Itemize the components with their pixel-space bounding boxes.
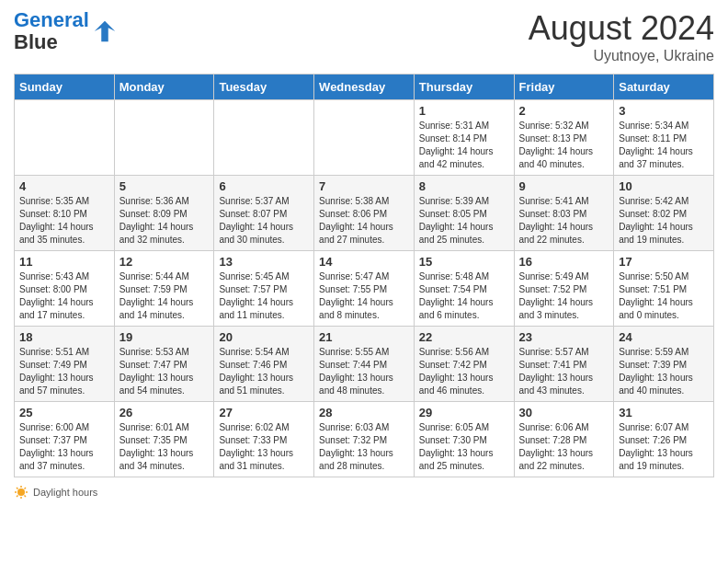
day-info: Sunrise: 6:01 AMSunset: 7:35 PMDaylight:… xyxy=(119,421,210,473)
day-info: Sunrise: 6:06 AMSunset: 7:28 PMDaylight:… xyxy=(519,421,609,473)
daylight-label: Daylight hours xyxy=(33,487,97,498)
logo-icon xyxy=(91,17,119,45)
weekday-sunday: Sunday xyxy=(15,75,115,100)
day-info: Sunrise: 6:05 AMSunset: 7:30 PMDaylight:… xyxy=(419,421,509,473)
day-number: 3 xyxy=(619,104,709,118)
calendar-cell: 22Sunrise: 5:56 AMSunset: 7:42 PMDayligh… xyxy=(414,327,514,402)
day-info: Sunrise: 5:43 AMSunset: 8:00 PMDaylight:… xyxy=(19,270,109,322)
day-number: 13 xyxy=(219,255,309,269)
calendar-cell: 15Sunrise: 5:48 AMSunset: 7:54 PMDayligh… xyxy=(414,251,514,327)
day-number: 5 xyxy=(119,179,210,193)
calendar-cell: 27Sunrise: 6:02 AMSunset: 7:33 PMDayligh… xyxy=(214,402,314,477)
day-info: Sunrise: 6:02 AMSunset: 7:33 PMDaylight:… xyxy=(219,421,309,473)
svg-line-8 xyxy=(25,488,27,489)
calendar-cell: 25Sunrise: 6:00 AMSunset: 7:37 PMDayligh… xyxy=(15,402,115,477)
calendar-cell: 18Sunrise: 5:51 AMSunset: 7:49 PMDayligh… xyxy=(15,327,115,402)
day-number: 20 xyxy=(219,330,309,344)
day-number: 11 xyxy=(19,255,109,269)
weekday-saturday: Saturday xyxy=(614,75,714,100)
day-info: Sunrise: 5:48 AMSunset: 7:54 PMDaylight:… xyxy=(419,270,509,322)
day-info: Sunrise: 5:47 AMSunset: 7:55 PMDaylight:… xyxy=(319,270,409,322)
calendar-cell: 1Sunrise: 5:31 AMSunset: 8:14 PMDaylight… xyxy=(414,100,514,176)
day-number: 14 xyxy=(319,255,409,269)
calendar-cell: 16Sunrise: 5:49 AMSunset: 7:52 PMDayligh… xyxy=(514,251,614,327)
calendar-cell: 9Sunrise: 5:41 AMSunset: 8:03 PMDaylight… xyxy=(514,176,614,251)
calendar-cell xyxy=(15,100,115,176)
logo: GeneralBlue xyxy=(14,9,119,53)
day-number: 29 xyxy=(419,406,509,419)
day-info: Sunrise: 5:56 AMSunset: 7:42 PMDaylight:… xyxy=(419,346,509,397)
weekday-thursday: Thursday xyxy=(414,75,514,100)
svg-line-7 xyxy=(25,496,27,498)
daylight-legend: Daylight hours xyxy=(14,485,97,500)
day-info: Sunrise: 5:35 AMSunset: 8:10 PMDaylight:… xyxy=(19,195,109,247)
weekday-header-row: SundayMondayTuesdayWednesdayThursdayFrid… xyxy=(15,75,714,100)
calendar-cell xyxy=(114,100,214,176)
page-header: GeneralBlue August 2024 Uyutnoye, Ukrain… xyxy=(14,9,714,64)
calendar-table: SundayMondayTuesdayWednesdayThursdayFrid… xyxy=(14,74,714,477)
calendar-cell: 28Sunrise: 6:03 AMSunset: 7:32 PMDayligh… xyxy=(314,402,415,477)
calendar-cell: 26Sunrise: 6:01 AMSunset: 7:35 PMDayligh… xyxy=(114,402,214,477)
day-info: Sunrise: 5:38 AMSunset: 8:06 PMDaylight:… xyxy=(319,195,409,247)
weekday-tuesday: Tuesday xyxy=(214,75,314,100)
calendar-cell: 17Sunrise: 5:50 AMSunset: 7:51 PMDayligh… xyxy=(614,251,714,327)
calendar-cell: 23Sunrise: 5:57 AMSunset: 7:41 PMDayligh… xyxy=(514,327,614,402)
weekday-friday: Friday xyxy=(514,75,614,100)
day-info: Sunrise: 5:55 AMSunset: 7:44 PMDaylight:… xyxy=(319,346,409,397)
day-number: 21 xyxy=(319,330,409,344)
sun-icon xyxy=(14,485,28,500)
day-number: 16 xyxy=(519,255,609,269)
day-number: 28 xyxy=(319,406,409,419)
calendar-cell: 14Sunrise: 5:47 AMSunset: 7:55 PMDayligh… xyxy=(314,251,415,327)
footer: Daylight hours xyxy=(14,485,714,500)
day-number: 15 xyxy=(419,255,509,269)
calendar-cell: 30Sunrise: 6:06 AMSunset: 7:28 PMDayligh… xyxy=(514,402,614,477)
logo-text: GeneralBlue xyxy=(14,9,89,53)
calendar-cell: 6Sunrise: 5:37 AMSunset: 8:07 PMDaylight… xyxy=(214,176,314,251)
day-number: 8 xyxy=(419,179,509,193)
day-number: 18 xyxy=(19,330,109,344)
day-number: 12 xyxy=(119,255,210,269)
calendar-cell: 5Sunrise: 5:36 AMSunset: 8:09 PMDaylight… xyxy=(114,176,214,251)
calendar-cell: 4Sunrise: 5:35 AMSunset: 8:10 PMDaylight… xyxy=(15,176,115,251)
calendar-cell: 12Sunrise: 5:44 AMSunset: 7:59 PMDayligh… xyxy=(114,251,214,327)
svg-line-6 xyxy=(17,488,18,489)
weekday-wednesday: Wednesday xyxy=(314,75,415,100)
calendar-cell: 11Sunrise: 5:43 AMSunset: 8:00 PMDayligh… xyxy=(15,251,115,327)
day-number: 10 xyxy=(619,179,709,193)
day-info: Sunrise: 5:36 AMSunset: 8:09 PMDaylight:… xyxy=(119,195,210,247)
day-info: Sunrise: 5:44 AMSunset: 7:59 PMDaylight:… xyxy=(119,270,210,322)
svg-line-9 xyxy=(17,496,18,498)
day-info: Sunrise: 5:51 AMSunset: 7:49 PMDaylight:… xyxy=(19,346,109,397)
day-info: Sunrise: 5:37 AMSunset: 8:07 PMDaylight:… xyxy=(219,195,309,247)
day-info: Sunrise: 6:00 AMSunset: 7:37 PMDaylight:… xyxy=(19,421,109,473)
day-number: 2 xyxy=(519,104,609,118)
day-info: Sunrise: 5:39 AMSunset: 8:05 PMDaylight:… xyxy=(419,195,509,247)
calendar-cell xyxy=(214,100,314,176)
day-info: Sunrise: 5:53 AMSunset: 7:47 PMDaylight:… xyxy=(119,346,210,397)
week-row-1: 1Sunrise: 5:31 AMSunset: 8:14 PMDaylight… xyxy=(15,100,714,176)
day-number: 25 xyxy=(19,406,109,419)
title-block: August 2024 Uyutnoye, Ukraine xyxy=(529,9,714,64)
day-info: Sunrise: 5:59 AMSunset: 7:39 PMDaylight:… xyxy=(619,346,709,397)
calendar-cell: 3Sunrise: 5:34 AMSunset: 8:11 PMDaylight… xyxy=(614,100,714,176)
day-info: Sunrise: 5:41 AMSunset: 8:03 PMDaylight:… xyxy=(519,195,609,247)
day-number: 23 xyxy=(519,330,609,344)
week-row-5: 25Sunrise: 6:00 AMSunset: 7:37 PMDayligh… xyxy=(15,402,714,477)
location: Uyutnoye, Ukraine xyxy=(529,48,714,64)
month-year: August 2024 xyxy=(529,9,714,48)
day-number: 26 xyxy=(119,406,210,419)
week-row-2: 4Sunrise: 5:35 AMSunset: 8:10 PMDaylight… xyxy=(15,176,714,251)
calendar-cell: 19Sunrise: 5:53 AMSunset: 7:47 PMDayligh… xyxy=(114,327,214,402)
day-number: 19 xyxy=(119,330,210,344)
day-info: Sunrise: 6:03 AMSunset: 7:32 PMDaylight:… xyxy=(319,421,409,473)
calendar-cell: 7Sunrise: 5:38 AMSunset: 8:06 PMDaylight… xyxy=(314,176,415,251)
calendar-cell: 2Sunrise: 5:32 AMSunset: 8:13 PMDaylight… xyxy=(514,100,614,176)
day-info: Sunrise: 5:50 AMSunset: 7:51 PMDaylight:… xyxy=(619,270,709,322)
day-number: 6 xyxy=(219,179,309,193)
day-info: Sunrise: 5:42 AMSunset: 8:02 PMDaylight:… xyxy=(619,195,709,247)
day-number: 24 xyxy=(619,330,709,344)
calendar-cell: 29Sunrise: 6:05 AMSunset: 7:30 PMDayligh… xyxy=(414,402,514,477)
day-number: 31 xyxy=(619,406,709,419)
day-info: Sunrise: 5:32 AMSunset: 8:13 PMDaylight:… xyxy=(519,120,609,171)
